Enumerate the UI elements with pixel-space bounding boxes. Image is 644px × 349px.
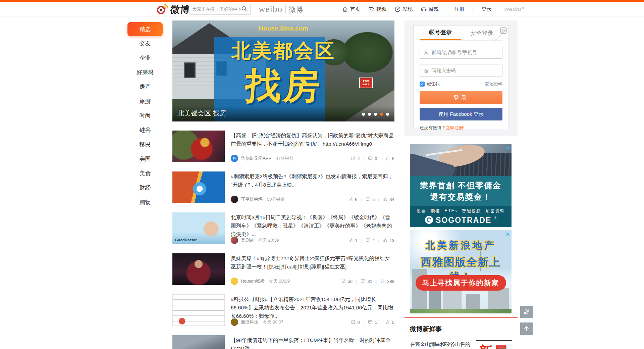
post-text[interactable]: 奥妹美爆！#奇异博士2##奇异博士2:疯狂多元宇宙#曝光黑化的猩红女巫新剧照一枚… [231, 254, 395, 271]
password-field[interactable] [420, 64, 502, 77]
forgot-password-link[interactable]: 忘记密码 [485, 81, 502, 87]
search-input[interactable] [192, 7, 241, 12]
sidebar-category[interactable]: 房产 [127, 80, 163, 94]
weibo-logo[interactable]: 微博 [156, 3, 190, 16]
feed-post[interactable]: #刺猬索尼克2终极预告#《刺猬索尼克2》也发布新海报，索尼克回归，“升级了”，4… [172, 171, 394, 212]
carousel-dot[interactable] [386, 113, 389, 116]
share-stat[interactable]: 0 [351, 319, 360, 325]
post-text[interactable]: 【98年俄债违约下的巨星陨落：LTCM往事】当年名噪一时的对冲基金LTCM跌 [231, 336, 395, 349]
comment-stat[interactable]: 5 [365, 197, 375, 202]
hero-carousel[interactable]: House.Sina.com 北美都会区 找房 FOR SALE 北美都会区 找… [172, 20, 394, 121]
qr-login-icon[interactable] [494, 26, 508, 40]
comment-stat[interactable]: 1 [368, 319, 377, 325]
user-icon [423, 50, 429, 55]
username-field[interactable] [420, 46, 502, 59]
like-stat[interactable]: 6 [385, 156, 394, 161]
back-to-top-button[interactable] [520, 322, 533, 335]
search-icon[interactable] [241, 6, 247, 13]
author-name[interactable]: 美剧迷 [241, 237, 254, 243]
post-meta: W 华尔街见闻APP 47分钟前 4 | 0 | 6 [231, 155, 394, 162]
ad-close-icon[interactable]: × [506, 145, 509, 151]
post-text[interactable]: #刺猬索尼克2终极预告#《刺猬索尼克2》也发布新海报，索尼克回归，“升级了”，4… [231, 172, 395, 189]
share-stat[interactable]: 50 [341, 279, 353, 284]
author-avatar[interactable]: W [231, 155, 238, 162]
login-options: ✓ 记住我 忘记密码 [420, 81, 502, 87]
feed-post[interactable]: GoodDoctor 北京时间3月15日周二美剧导视：《良医》《终局》《镀金时代… [172, 212, 394, 253]
login-button[interactable]: 登录 [420, 91, 502, 104]
register-now-link[interactable]: 立即注册! [446, 125, 465, 130]
nav-item[interactable]: 首页 [342, 6, 360, 12]
post-meta: 新浪科技 今天 20:07 0 | 1 | 5 [231, 318, 394, 326]
category-sidebar: 精选 交友 企业 好莱坞 房产 旅游 时尚 硅谷 移民 美国 美食 财经 购物 [127, 22, 163, 209]
fresh-news-text[interactable]: 在舊金山灣區和矽谷出售的新建築房屋 [410, 340, 472, 349]
post-text[interactable]: 北京时间3月15日周二美剧导视：《良医》《终局》《镀金时代》《雪国列车》《紧急呼… [231, 213, 395, 238]
fresh-news-thumbnail[interactable]: 新屋 [476, 340, 512, 349]
remember-me-checkbox[interactable]: ✓ [420, 82, 425, 87]
author-name[interactable]: 新浪科技 [241, 319, 258, 325]
feed-post[interactable]: 【高盛：旧“政治”经济的复仇】高盛认为，旧政策的新“复仇”对大宗商品前景的重要性… [172, 131, 394, 171]
sidebar-category[interactable]: 旅游 [127, 94, 163, 108]
username-input[interactable] [432, 50, 499, 55]
comment-stat[interactable]: 0 [368, 156, 377, 161]
post-thumbnail[interactable] [172, 131, 225, 162]
comment-icon [365, 197, 371, 202]
like-stat[interactable]: 388 [380, 279, 394, 284]
password-input[interactable] [432, 68, 499, 73]
feed-post[interactable]: 奥妹美爆！#奇异博士2##奇异博士2:疯狂多元宇宙#曝光黑化的猩红女巫新剧照一枚… [172, 253, 394, 294]
ad-product-tag: 加密貨幣 [485, 208, 505, 214]
like-stat[interactable]: 13 [383, 238, 394, 243]
post-text[interactable]: 【高盛：旧“政治”经济的复仇】高盛认为，旧政策的新“复仇”对大宗商品前景的重要性… [231, 131, 395, 148]
author-avatar[interactable] [231, 196, 238, 203]
author-avatar[interactable] [231, 278, 238, 285]
ad-close-icon[interactable]: × [506, 231, 509, 237]
nav-item[interactable]: 视频 [368, 6, 386, 12]
search-box[interactable] [189, 4, 251, 15]
author-avatar[interactable] [231, 237, 238, 244]
ad-sogotrade[interactable]: × 業界首創 不但零傭金 還有交易獎金！ 股票 期權 ETFs 智能投顧 加密貨… [410, 144, 512, 227]
author-name[interactable]: Houson猴姆 [241, 278, 265, 284]
sidebar-category[interactable]: 精选 [127, 22, 163, 36]
sidebar-category[interactable]: 硅谷 [127, 123, 163, 137]
sidebar-category[interactable]: 交友 [127, 36, 163, 51]
sidebar-category[interactable]: 购物 [127, 195, 163, 209]
sidebar-category[interactable]: 企业 [127, 51, 163, 65]
post-thumbnail[interactable]: GoodDoctor [172, 212, 225, 244]
refresh-button[interactable] [520, 306, 533, 318]
ad-cta-button[interactable]: 马上寻找属于你的新家 [416, 275, 506, 291]
post-thumbnail[interactable] [172, 171, 225, 203]
share-stat[interactable]: 6 [348, 197, 357, 202]
nav-item[interactable]: 发现 [394, 6, 413, 12]
author-name[interactable]: 守望好莱坞 [241, 196, 263, 202]
share-stat[interactable]: 1 [348, 238, 357, 243]
comment-stat[interactable]: 4 [365, 238, 375, 243]
carousel-dot[interactable] [380, 113, 383, 116]
login-link[interactable]: 登录 [481, 6, 491, 12]
sidebar-category[interactable]: 时尚 [127, 108, 163, 123]
tab-account-login[interactable]: 帐号登录 [420, 26, 461, 40]
post-thumbnail[interactable] [172, 253, 225, 285]
author-name[interactable]: 华尔街见闻APP [241, 155, 271, 161]
post-text[interactable]: #科技公司财报#【立讯精密2021年营收1541.06亿元，同比增长66.60%… [231, 295, 395, 320]
sidebar-category[interactable]: 财经 [127, 181, 163, 195]
sidebar-category[interactable]: 美国 [127, 152, 163, 166]
facebook-login-button[interactable]: 使用 Facebook 登录 [420, 108, 502, 120]
share-stat[interactable]: 4 [351, 156, 360, 161]
feed-post[interactable]: #科技公司财报#【立讯精密2021年营收1541.06亿元，同比增长66.60%… [172, 294, 394, 335]
carousel-dot[interactable] [374, 113, 377, 116]
sidebar-category[interactable]: 美食 [127, 166, 163, 181]
nav-item[interactable]: 游戏 [421, 6, 439, 12]
ad-sina-realestate[interactable]: × 北美新浪地产 西雅图版全新上线！ 马上寻找属于你的新家 [410, 230, 512, 313]
comment-stat[interactable]: 31 [360, 279, 372, 284]
feed-post[interactable]: 【98年俄债违约下的巨星陨落：LTCM往事】当年名噪一时的对冲基金LTCM跌 |… [172, 335, 394, 349]
carousel-dot[interactable] [368, 113, 371, 116]
sidebar-category[interactable]: 好莱坞 [127, 65, 163, 80]
post-thumbnail[interactable] [172, 335, 225, 349]
post-thumbnail[interactable] [172, 294, 225, 326]
sidebar-category[interactable]: 移民 [127, 137, 163, 152]
like-stat[interactable]: 34 [383, 197, 394, 202]
like-stat[interactable]: 5 [385, 319, 394, 325]
register-link[interactable]: 注册 [454, 6, 464, 12]
carousel-dot[interactable] [362, 113, 365, 116]
author-avatar[interactable] [231, 318, 238, 326]
fresh-news-item[interactable]: 在舊金山灣區和矽谷出售的新建築房屋 新屋 [410, 340, 512, 349]
